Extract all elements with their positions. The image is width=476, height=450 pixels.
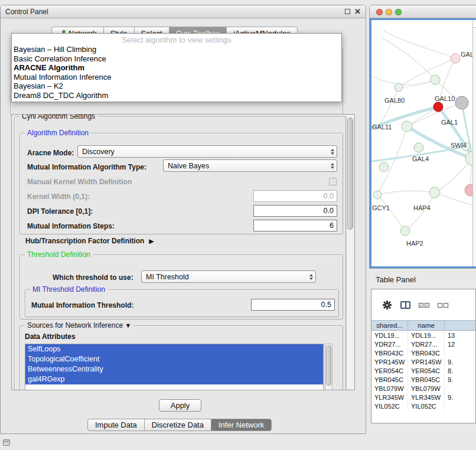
- restore-panel-icon[interactable]: [3, 439, 10, 446]
- node-label: GAL10: [435, 95, 455, 102]
- network-node-hub[interactable]: [455, 96, 468, 109]
- hub-definition-toggle[interactable]: Hub/Transcription Factor Definition ▶: [25, 237, 154, 245]
- kernel-width-label: Kernel Width (0,1):: [27, 193, 90, 201]
- expand-right-icon: ▶: [149, 237, 154, 245]
- mi-threshold-group: MI Threshold Definition Mutual Informati…: [25, 289, 339, 317]
- scroll-up-button[interactable]: [473, 20, 476, 28]
- network-edge: [383, 31, 455, 58]
- attribute-item[interactable]: BetweennessCentrality: [25, 364, 323, 374]
- network-edge: [382, 38, 435, 80]
- network-graph: GAL GAL80 GAL10 GAL11 GAL1 SWI4 GAL4 GCY…: [371, 20, 476, 268]
- network-node-highlighted[interactable]: [433, 102, 443, 112]
- combo-arrows-icon: [307, 274, 315, 280]
- columns-icon[interactable]: [400, 301, 410, 309]
- node-label: GCY1: [372, 204, 390, 211]
- tab-infer-network[interactable]: Infer Network: [211, 419, 272, 431]
- table-row[interactable]: YBL079WYBL079W: [371, 384, 476, 393]
- dropdown-item-selected[interactable]: ARACNE Algorithm: [12, 63, 341, 73]
- gear-icon[interactable]: [382, 300, 392, 310]
- cyni-algorithm-settings-group: Cyni Algorithm Settings Algorithm Defini…: [14, 116, 346, 390]
- attribute-item[interactable]: gal4RGexp: [25, 374, 323, 384]
- network-node[interactable]: [379, 162, 389, 172]
- table-row[interactable]: YBR043CYBR043C: [371, 349, 476, 358]
- sources-label: Sources for Network Inference: [27, 321, 123, 330]
- dropdown-item[interactable]: Mutual Information Inference: [12, 73, 341, 82]
- attribute-item[interactable]: SelfLoops: [25, 344, 323, 354]
- network-node[interactable]: [402, 121, 412, 132]
- which-threshold-select[interactable]: MI Threshold: [141, 270, 316, 283]
- node-label: GAL4: [412, 155, 429, 162]
- bottom-tabs: Impute Data Discretize Data Infer Networ…: [88, 419, 272, 431]
- list-scrollbar-thumb[interactable]: [326, 345, 331, 386]
- desktop: Control Panel ✕ Network Style Select Cyn…: [0, 0, 476, 450]
- tab-discretize-data[interactable]: Discretize Data: [144, 419, 211, 431]
- sources-group: Sources for Network Inference ▼ Data Att…: [19, 325, 343, 390]
- group-title: Threshold Definition: [25, 250, 93, 259]
- close-icon[interactable]: ✕: [354, 8, 361, 15]
- column-header[interactable]: name: [408, 320, 445, 331]
- table-row[interactable]: YIL052CYIL052C: [371, 402, 476, 411]
- mac-close-button[interactable]: [376, 9, 383, 15]
- node-label: HAP4: [413, 204, 431, 211]
- mi-threshold-field[interactable]: [251, 299, 335, 311]
- which-threshold-label: Which threshold to use:: [53, 273, 133, 282]
- selected-value: Naive Bayes: [164, 162, 328, 170]
- select-all-icon[interactable]: ✓ ✓: [419, 303, 429, 308]
- apply-button[interactable]: Apply: [159, 399, 201, 412]
- table-row[interactable]: YDR27...YDR27...12: [371, 340, 476, 349]
- dropdown-item[interactable]: Bayesian – K2: [12, 81, 341, 91]
- mac-zoom-button[interactable]: [395, 9, 402, 15]
- network-window-titlebar: [370, 5, 476, 18]
- mi-steps-label: Mutual Information Steps:: [27, 222, 115, 230]
- network-node[interactable]: [395, 83, 403, 92]
- threshold-definition-group: Threshold Definition Which threshold to …: [19, 255, 343, 319]
- settings-scrollbar[interactable]: [346, 115, 354, 389]
- deselect-all-icon[interactable]: [438, 303, 448, 308]
- sources-toggle[interactable]: Sources for Network Inference ▼: [25, 321, 133, 330]
- control-panel-titlebar: Control Panel ✕: [1, 5, 366, 18]
- mac-minimize-button[interactable]: [386, 9, 392, 15]
- network-edge: [405, 193, 435, 231]
- dropdown-item[interactable]: Bayesian – Hill Climbing: [12, 45, 341, 54]
- list-scrollbar[interactable]: [325, 344, 332, 390]
- float-window-icon[interactable]: [345, 9, 350, 14]
- attribute-item[interactable]: TopologicalCoefficient: [25, 354, 323, 364]
- mi-steps-field[interactable]: [253, 220, 337, 231]
- dropdown-item[interactable]: Dream8 DC_TDC Algorithm: [12, 91, 341, 100]
- network-node[interactable]: [431, 75, 440, 84]
- dropdown-placeholder: Select algorithm to view settings: [12, 35, 341, 45]
- mi-threshold-label: Mutual Information Threshold:: [31, 301, 133, 309]
- table-row[interactable]: YLR345WYLR345W9.: [371, 393, 476, 402]
- tab-impute-data[interactable]: Impute Data: [87, 419, 145, 431]
- network-canvas[interactable]: GAL GAL80 GAL10 GAL11 GAL1 SWI4 GAL4 GCY…: [370, 18, 476, 268]
- mi-algorithm-type-select[interactable]: Naive Bayes: [163, 159, 337, 172]
- algorithm-dropdown-popup: Select algorithm to view settings Bayesi…: [11, 33, 342, 102]
- checked-box-icon: ✓: [419, 303, 423, 308]
- manual-kernel-checkbox: [329, 178, 337, 185]
- combo-arrows-icon: [328, 163, 337, 169]
- table-row[interactable]: YDL19...YDL19...13: [371, 331, 476, 340]
- node-label: GAL80: [384, 97, 405, 104]
- aracne-mode-select[interactable]: Discovery: [77, 145, 337, 158]
- network-node[interactable]: [373, 191, 382, 199]
- checked-box-icon: ✓: [425, 303, 429, 308]
- table-row[interactable]: YPR145WYPR145W9.: [371, 358, 476, 367]
- node-label: GAL1: [441, 119, 458, 126]
- network-node[interactable]: [400, 226, 410, 236]
- aracne-mode-label: Aracne Mode:: [27, 149, 74, 157]
- table-toolbar: ✓ ✓: [371, 289, 475, 318]
- network-edge: [377, 191, 435, 195]
- network-node[interactable]: [414, 143, 423, 152]
- dropdown-item[interactable]: Basic Correlation Inference: [12, 54, 341, 64]
- network-node[interactable]: [451, 54, 460, 63]
- table-row[interactable]: YER054CYER054C8.: [371, 367, 476, 376]
- table-panel-window: ✓ ✓ shared... name YDL19...YDL19...13 YD…: [371, 289, 476, 423]
- network-node[interactable]: [429, 187, 440, 198]
- column-header[interactable]: [445, 320, 476, 331]
- settings-scrollbar-thumb[interactable]: [347, 118, 353, 230]
- column-header[interactable]: shared...: [371, 320, 408, 331]
- collapse-down-icon: ▼: [125, 322, 131, 329]
- network-scrollbar[interactable]: [472, 20, 476, 266]
- table-row[interactable]: YBR045CYBR045C9.: [371, 376, 476, 384]
- dpi-tolerance-field[interactable]: [253, 205, 337, 217]
